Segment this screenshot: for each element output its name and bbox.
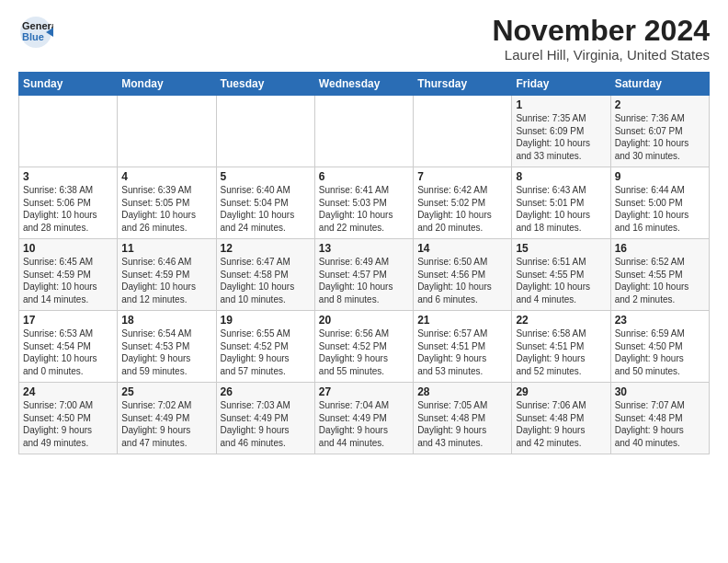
day-number: 3 (23, 170, 113, 183)
calendar-cell (314, 96, 413, 167)
weekday-header-monday: Monday (118, 73, 216, 96)
calendar-cell: 18Sunrise: 6:54 AM Sunset: 4:53 PM Dayli… (118, 311, 216, 383)
weekday-header-friday: Friday (512, 73, 610, 96)
month-year-title: November 2024 (492, 15, 710, 47)
calendar-week-row: 17Sunrise: 6:53 AM Sunset: 4:54 PM Dayli… (19, 311, 710, 383)
day-number: 2 (615, 98, 705, 111)
calendar-cell: 21Sunrise: 6:57 AM Sunset: 4:51 PM Dayli… (414, 311, 512, 383)
day-info: Sunrise: 6:44 AM Sunset: 5:00 PM Dayligh… (615, 184, 705, 234)
calendar-week-row: 24Sunrise: 7:00 AM Sunset: 4:50 PM Dayli… (19, 383, 710, 454)
calendar-cell: 15Sunrise: 6:51 AM Sunset: 4:55 PM Dayli… (512, 239, 610, 311)
day-number: 24 (23, 385, 113, 398)
logo-icon: General Blue (18, 15, 53, 50)
calendar-cell: 24Sunrise: 7:00 AM Sunset: 4:50 PM Dayli… (19, 383, 118, 454)
calendar-cell: 12Sunrise: 6:47 AM Sunset: 4:58 PM Dayli… (216, 239, 314, 311)
day-number: 1 (516, 98, 606, 111)
day-info: Sunrise: 7:00 AM Sunset: 4:50 PM Dayligh… (23, 399, 113, 449)
svg-text:Blue: Blue (22, 31, 44, 42)
day-number: 10 (23, 242, 113, 255)
day-info: Sunrise: 6:45 AM Sunset: 4:59 PM Dayligh… (23, 256, 113, 305)
calendar-cell (216, 96, 314, 167)
day-info: Sunrise: 6:39 AM Sunset: 5:05 PM Dayligh… (121, 184, 211, 234)
weekday-header-tuesday: Tuesday (216, 73, 314, 96)
day-info: Sunrise: 6:59 AM Sunset: 4:50 PM Dayligh… (615, 327, 705, 377)
calendar-cell: 8Sunrise: 6:43 AM Sunset: 5:01 PM Daylig… (512, 167, 610, 239)
svg-text:General: General (22, 20, 53, 31)
calendar-cell: 20Sunrise: 6:56 AM Sunset: 4:52 PM Dayli… (314, 311, 413, 383)
day-info: Sunrise: 6:38 AM Sunset: 5:06 PM Dayligh… (23, 184, 113, 234)
day-info: Sunrise: 6:43 AM Sunset: 5:01 PM Dayligh… (516, 184, 606, 234)
day-number: 25 (121, 385, 211, 398)
day-info: Sunrise: 6:40 AM Sunset: 5:04 PM Dayligh… (221, 184, 311, 234)
day-info: Sunrise: 7:06 AM Sunset: 4:48 PM Dayligh… (516, 399, 606, 449)
weekday-header-thursday: Thursday (414, 73, 512, 96)
calendar-cell (118, 96, 216, 167)
calendar-week-row: 3Sunrise: 6:38 AM Sunset: 5:06 PM Daylig… (19, 167, 710, 239)
day-info: Sunrise: 6:52 AM Sunset: 4:55 PM Dayligh… (615, 256, 705, 305)
day-number: 17 (23, 314, 113, 327)
day-number: 4 (121, 170, 211, 183)
calendar-cell: 10Sunrise: 6:45 AM Sunset: 4:59 PM Dayli… (19, 239, 118, 311)
day-number: 20 (319, 314, 409, 327)
day-info: Sunrise: 6:54 AM Sunset: 4:53 PM Dayligh… (121, 327, 211, 377)
calendar-cell: 4Sunrise: 6:39 AM Sunset: 5:05 PM Daylig… (118, 167, 216, 239)
day-number: 12 (221, 242, 311, 255)
day-info: Sunrise: 6:51 AM Sunset: 4:55 PM Dayligh… (516, 256, 606, 305)
calendar-cell: 19Sunrise: 6:55 AM Sunset: 4:52 PM Dayli… (216, 311, 314, 383)
day-info: Sunrise: 7:05 AM Sunset: 4:48 PM Dayligh… (417, 399, 507, 449)
day-info: Sunrise: 7:02 AM Sunset: 4:49 PM Dayligh… (121, 399, 211, 449)
calendar-cell (414, 96, 512, 167)
calendar-cell: 2Sunrise: 7:36 AM Sunset: 6:07 PM Daylig… (610, 96, 709, 167)
day-number: 28 (417, 385, 507, 398)
day-number: 11 (121, 242, 211, 255)
day-number: 15 (516, 242, 606, 255)
day-info: Sunrise: 6:56 AM Sunset: 4:52 PM Dayligh… (319, 327, 409, 377)
weekday-header-saturday: Saturday (610, 73, 709, 96)
day-number: 27 (319, 385, 409, 398)
day-number: 6 (319, 170, 409, 183)
calendar-week-row: 1Sunrise: 7:35 AM Sunset: 6:09 PM Daylig… (19, 96, 710, 167)
day-info: Sunrise: 7:04 AM Sunset: 4:49 PM Dayligh… (319, 399, 409, 449)
day-info: Sunrise: 6:57 AM Sunset: 4:51 PM Dayligh… (417, 327, 507, 377)
calendar-cell: 29Sunrise: 7:06 AM Sunset: 4:48 PM Dayli… (512, 383, 610, 454)
calendar-cell: 3Sunrise: 6:38 AM Sunset: 5:06 PM Daylig… (19, 167, 118, 239)
weekday-header-sunday: Sunday (19, 73, 118, 96)
calendar-cell (19, 96, 118, 167)
day-info: Sunrise: 6:42 AM Sunset: 5:02 PM Dayligh… (417, 184, 507, 234)
day-info: Sunrise: 6:46 AM Sunset: 4:59 PM Dayligh… (121, 256, 211, 305)
calendar-cell: 22Sunrise: 6:58 AM Sunset: 4:51 PM Dayli… (512, 311, 610, 383)
day-info: Sunrise: 7:07 AM Sunset: 4:48 PM Dayligh… (615, 399, 705, 449)
calendar-cell: 13Sunrise: 6:49 AM Sunset: 4:57 PM Dayli… (314, 239, 413, 311)
weekday-header-row: SundayMondayTuesdayWednesdayThursdayFrid… (19, 73, 710, 96)
calendar-cell: 14Sunrise: 6:50 AM Sunset: 4:56 PM Dayli… (414, 239, 512, 311)
day-info: Sunrise: 6:41 AM Sunset: 5:03 PM Dayligh… (319, 184, 409, 234)
calendar-cell: 5Sunrise: 6:40 AM Sunset: 5:04 PM Daylig… (216, 167, 314, 239)
day-number: 5 (221, 170, 311, 183)
calendar-cell: 7Sunrise: 6:42 AM Sunset: 5:02 PM Daylig… (414, 167, 512, 239)
day-number: 21 (417, 314, 507, 327)
page: General Blue November 2024 Laurel Hill, … (0, 0, 728, 469)
calendar-cell: 23Sunrise: 6:59 AM Sunset: 4:50 PM Dayli… (610, 311, 709, 383)
day-number: 22 (516, 314, 606, 327)
day-info: Sunrise: 6:53 AM Sunset: 4:54 PM Dayligh… (23, 327, 113, 377)
calendar-cell: 30Sunrise: 7:07 AM Sunset: 4:48 PM Dayli… (610, 383, 709, 454)
day-number: 16 (615, 242, 705, 255)
day-number: 14 (417, 242, 507, 255)
day-number: 30 (615, 385, 705, 398)
logo: General Blue (18, 15, 57, 53)
calendar-cell: 16Sunrise: 6:52 AM Sunset: 4:55 PM Dayli… (610, 239, 709, 311)
day-info: Sunrise: 6:47 AM Sunset: 4:58 PM Dayligh… (221, 256, 311, 305)
header: General Blue November 2024 Laurel Hill, … (18, 15, 710, 63)
weekday-header-wednesday: Wednesday (314, 73, 413, 96)
calendar-cell: 11Sunrise: 6:46 AM Sunset: 4:59 PM Dayli… (118, 239, 216, 311)
calendar-cell: 6Sunrise: 6:41 AM Sunset: 5:03 PM Daylig… (314, 167, 413, 239)
calendar-cell: 27Sunrise: 7:04 AM Sunset: 4:49 PM Dayli… (314, 383, 413, 454)
calendar-cell: 26Sunrise: 7:03 AM Sunset: 4:49 PM Dayli… (216, 383, 314, 454)
day-info: Sunrise: 6:55 AM Sunset: 4:52 PM Dayligh… (221, 327, 311, 377)
day-info: Sunrise: 7:03 AM Sunset: 4:49 PM Dayligh… (221, 399, 311, 449)
day-number: 8 (516, 170, 606, 183)
calendar-cell: 28Sunrise: 7:05 AM Sunset: 4:48 PM Dayli… (414, 383, 512, 454)
day-number: 9 (615, 170, 705, 183)
calendar-week-row: 10Sunrise: 6:45 AM Sunset: 4:59 PM Dayli… (19, 239, 710, 311)
day-number: 26 (221, 385, 311, 398)
